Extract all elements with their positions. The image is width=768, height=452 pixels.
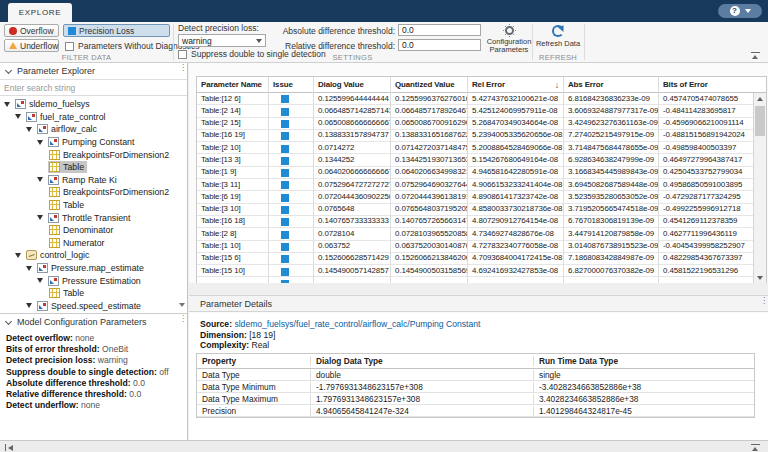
tree-item-denominator[interactable]: Denominator — [0, 224, 187, 237]
sort-descending-icon: ↓ — [555, 77, 559, 93]
results-table: Parameter NameIssueDialog ValueQuantized… — [196, 76, 767, 285]
column-header-parameter-name[interactable]: Parameter Name — [197, 77, 269, 93]
expander-icon[interactable] — [37, 140, 43, 145]
chevron-down-icon — [256, 39, 262, 43]
scroll-up-icon[interactable] — [757, 97, 763, 101]
precision-loss-issue-icon — [281, 255, 289, 263]
parameter-details-header[interactable]: Parameter Details ⋮ — [189, 295, 768, 312]
collapse-ribbon-icon[interactable] — [751, 52, 760, 59]
subsystem-icon — [48, 213, 59, 223]
table-row[interactable]: Table:[6 19]0.07204443609022560.07204443… — [197, 191, 766, 203]
tree-item-numerator[interactable]: Numerator — [0, 237, 187, 250]
model-config-header[interactable]: Model Configuration Parameters ⋮ — [0, 313, 187, 330]
lookup-icon — [49, 162, 60, 172]
property-row-data-type-maximum: Data Type Maximum1.7976931348623157e+308… — [197, 393, 754, 405]
refresh-icon — [552, 25, 564, 37]
table-row[interactable]: Table:[15 10]0.1454900571428570.14549005… — [197, 265, 766, 277]
table-row[interactable]: Table:[2 15]0.06500866666666670.06500867… — [197, 118, 766, 130]
property-row-precision: Precision4.94065645841247e-3241.40129846… — [197, 405, 754, 417]
overflow-filter-button[interactable]: Overflow — [4, 24, 59, 37]
column-header-bits-of-error[interactable]: Bits of Error — [659, 77, 753, 93]
expander-icon[interactable] — [15, 114, 21, 119]
tree-item-table[interactable]: Table — [0, 287, 187, 300]
table-row[interactable]: Table:[3 10]0.07656480.07656480371952057… — [197, 204, 766, 216]
dock-left-icon[interactable] — [5, 444, 13, 451]
tree-item-airflow-calc[interactable]: airflow_calc — [0, 123, 187, 136]
tree-item-speed-speed-estimate[interactable]: Speed.speed_estimate — [0, 300, 187, 313]
tree-item-sldemo-fuelsys[interactable]: sldemo_fuelsys — [0, 98, 187, 111]
expander-icon[interactable] — [26, 127, 32, 132]
tree-item-breakpointsfordimension2[interactable]: BreakpointsForDimension2 — [0, 186, 187, 199]
table-row[interactable]: Table:[2 8]0.07281040.072810396552085884… — [197, 228, 766, 240]
overflow-icon — [9, 27, 17, 35]
column-header-quantized-value[interactable]: Quantized Value — [391, 77, 468, 93]
table-row[interactable]: Table:[2 14]0.06648571428571430.06648571… — [197, 105, 766, 117]
table-row[interactable]: Table:[16 19]0.1388331578947370.13883316… — [197, 130, 766, 142]
expander-icon[interactable] — [26, 303, 32, 308]
table-row[interactable]: Table:[1 10]0.0637520.063752003014087684… — [197, 241, 766, 253]
scroll-down-icon[interactable] — [757, 276, 763, 280]
subsystem-icon — [37, 263, 48, 273]
precision-loss-issue-icon — [281, 145, 289, 153]
tree-item-table[interactable]: Table — [0, 161, 187, 174]
lookup-icon — [49, 225, 60, 235]
expander-icon[interactable] — [37, 278, 43, 283]
table-row[interactable]: Table:[3 11]0.07529647272727270.07529646… — [197, 179, 766, 191]
expander-icon[interactable] — [37, 215, 43, 220]
column-header-property: Property — [197, 356, 311, 366]
source-link[interactable]: sldemo_fuelsys/fuel_rate_control/airflow… — [234, 319, 480, 329]
lookup-icon — [49, 238, 60, 248]
precision-loss-issue-icon — [281, 206, 289, 214]
config-item-detect-precision-loss: Detect precision loss: warning — [6, 355, 187, 366]
table-scrollbar[interactable] — [753, 93, 766, 284]
tree-item-throttle-transient[interactable]: Throttle Transient — [0, 211, 187, 224]
expander-icon[interactable] — [15, 253, 21, 258]
expander-icon[interactable] — [4, 102, 10, 107]
tab-explore[interactable]: EXPLORE — [8, 3, 72, 22]
table-row[interactable]: Table:[1 9]0.06402066666666670.064020663… — [197, 167, 766, 179]
kebab-menu-icon[interactable]: ⋮ — [760, 299, 763, 303]
tree-item-breakpointsfordimension2[interactable]: BreakpointsForDimension2 — [0, 148, 187, 161]
tree-scroll-down-icon[interactable] — [179, 303, 185, 307]
underflow-filter-button[interactable]: Underflow — [4, 39, 59, 52]
precision-loss-issue-icon — [281, 95, 289, 103]
table-row[interactable]: Table:[15 6]0.1526066285714290.152606621… — [197, 253, 766, 265]
table-row[interactable]: Table:[2 10]0.07142720.07142720371484756… — [197, 142, 766, 154]
table-row[interactable]: Table:[13 3]0.13442520.13442519307136536… — [197, 154, 766, 166]
column-header-rel-error[interactable]: Rel Error↓ — [468, 77, 564, 93]
tree-item-fuel-rate-control[interactable]: fuel_rate_control — [0, 111, 187, 124]
column-header-issue[interactable]: Issue — [269, 77, 314, 93]
column-header-abs-error[interactable]: Abs Error — [564, 77, 659, 93]
precision-loss-issue-icon — [281, 268, 289, 276]
table-row[interactable]: Table:[12 6]0.1255996444444440.125599637… — [197, 93, 766, 105]
kebab-menu-icon[interactable]: ⋮ — [179, 66, 182, 70]
expander-icon[interactable] — [26, 266, 32, 271]
tree-item-pressure-estimation[interactable]: Pressure Estimation — [0, 274, 187, 287]
tree-item-pressure-map-estimate[interactable]: Pressure.map_estimate — [0, 262, 187, 275]
collapse-panel-icon[interactable] — [751, 444, 760, 451]
kebab-menu-icon[interactable]: ⋮ — [179, 317, 182, 321]
relative-threshold-input[interactable]: 0.0 — [398, 39, 481, 51]
detect-precision-loss-dropdown[interactable]: warning — [178, 34, 266, 47]
collapse-section-icon[interactable] — [5, 66, 12, 73]
complexity-line: Complexity: Real — [189, 340, 768, 351]
filter-data-section-label: FILTER DATA — [0, 53, 173, 62]
column-header-dialog-value[interactable]: Dialog Value — [314, 77, 391, 93]
tree-item-table[interactable]: Table — [0, 199, 187, 212]
parameter-explorer-header[interactable]: Parameter Explorer ⋮ — [0, 63, 187, 80]
tree-item-pumping-constant[interactable]: Pumping Constant — [0, 136, 187, 149]
help-button[interactable]: ? — [718, 4, 762, 18]
collapse-section-icon[interactable] — [5, 317, 12, 324]
tree-item-ramp-rate-ki[interactable]: Ramp Rate Ki — [0, 174, 187, 187]
expander-icon[interactable] — [37, 177, 43, 182]
precision-loss-filter-button[interactable]: Precision Loss — [63, 24, 170, 37]
search-input[interactable] — [0, 80, 187, 95]
tree-item-control-logic[interactable]: control_logic — [0, 249, 187, 262]
table-row[interactable]: Table:[16 18]0.1407657333333330.14076572… — [197, 216, 766, 228]
section-divider — [584, 24, 585, 60]
absolute-threshold-input[interactable]: 0.0 — [398, 24, 481, 36]
scrollbar-thumb[interactable] — [755, 106, 765, 136]
property-row-data-type: Data Typedoublesingle — [197, 369, 754, 381]
lookup-icon — [49, 288, 60, 298]
parameter-explorer-title: Parameter Explorer — [17, 66, 95, 76]
